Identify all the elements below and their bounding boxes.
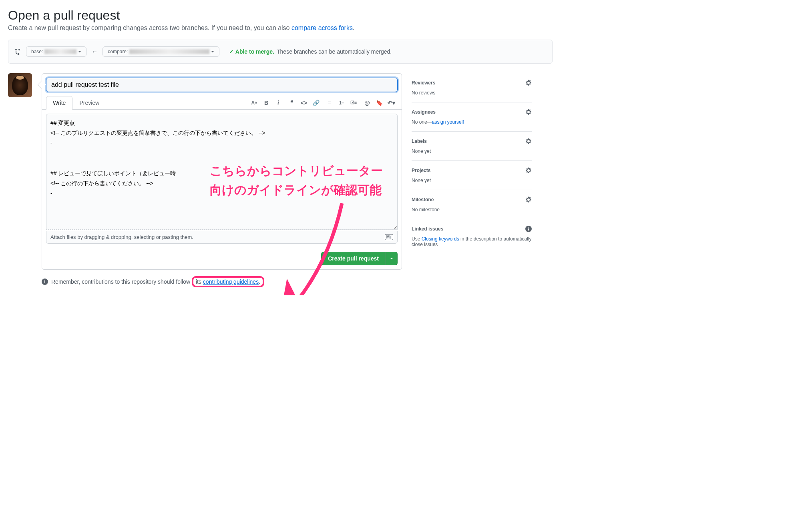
saved-reply-icon[interactable]: 🔖 [376,100,382,106]
attach-files-bar[interactable]: Attach files by dragging & dropping, sel… [46,231,398,244]
pr-body-textarea[interactable] [46,114,398,230]
arrow-left-icon: ← [91,48,98,55]
git-compare-icon [15,48,21,55]
compare-branch-select[interactable]: compare: [103,46,219,57]
code-icon[interactable]: <> [301,100,307,106]
linked-issues-heading: Linked issues [412,226,532,232]
labels-value: None yet [412,148,532,154]
avatar[interactable] [8,73,32,97]
gear-icon[interactable] [525,196,532,203]
labels-heading[interactable]: Labels [412,138,532,144]
markdown-badge-icon[interactable]: M↓ [385,234,393,240]
compose-box: Write Preview AA B i ❝ <> 🔗 [42,73,402,270]
quote-icon[interactable]: ❝ [289,100,295,106]
pr-title-input[interactable] [46,78,398,92]
gear-icon[interactable] [525,80,532,86]
caret-down-icon [390,258,393,259]
markdown-toolbar: AA B i ❝ <> 🔗 ≡ 1≡ ☑≡ [251,100,398,106]
reply-icon[interactable]: ↶▾ [388,100,394,106]
tab-write[interactable]: Write [46,96,72,110]
caret-down-icon [78,51,81,52]
projects-value: None yet [412,178,532,183]
assign-yourself-link[interactable]: assign yourself [432,119,464,125]
page-title: Open a pull request [8,8,553,23]
assignees-heading[interactable]: Assignees [412,109,532,115]
sidebar: Reviewers No reviews Assignees No one—as… [412,73,532,270]
gear-icon[interactable] [525,167,532,174]
assignees-value: No one—assign yourself [412,119,532,125]
reviewers-value: No reviews [412,90,532,96]
numbered-list-icon[interactable]: 1≡ [338,100,345,106]
projects-heading[interactable]: Projects [412,167,532,174]
contributing-guidelines-link[interactable]: contributing guidelines [203,279,259,285]
create-pull-request-dropdown[interactable] [386,252,398,265]
tab-preview[interactable]: Preview [72,96,106,109]
page-subhead: Create a new pull request by comparing c… [8,24,553,32]
mention-icon[interactable]: @ [364,100,370,106]
italic-icon[interactable]: i [275,100,281,106]
milestone-heading[interactable]: Milestone [412,196,532,203]
compare-bar: base: ← compare: ✓ Able to merge. These … [8,40,553,64]
bold-icon[interactable]: B [263,100,269,106]
base-branch-select[interactable]: base: [26,46,86,57]
contributing-footer: Remember, contributions to this reposito… [42,276,553,287]
closing-keywords-link[interactable]: Closing keywords [422,236,459,242]
compare-forks-link[interactable]: compare across forks [291,24,353,31]
reviewers-heading[interactable]: Reviewers [412,80,532,86]
link-icon[interactable]: 🔗 [313,100,319,106]
linked-issues-value: Use Closing keywords in the description … [412,236,532,247]
gear-icon[interactable] [525,138,532,144]
heading-icon[interactable]: AA [251,100,257,106]
gear-icon[interactable] [525,109,532,115]
create-pull-request-button[interactable]: Create pull request [321,252,386,265]
milestone-value: No milestone [412,207,532,212]
merge-status: ✓ Able to merge. These branches can be a… [229,48,392,55]
guidelines-highlight: its contributing guidelines. [192,276,264,287]
bulleted-list-icon[interactable]: ≡ [326,100,333,106]
task-list-icon[interactable]: ☑≡ [350,100,357,106]
info-icon [42,279,48,285]
info-icon[interactable] [525,226,532,232]
caret-down-icon [211,51,214,52]
check-icon: ✓ Able to merge. [229,48,274,55]
